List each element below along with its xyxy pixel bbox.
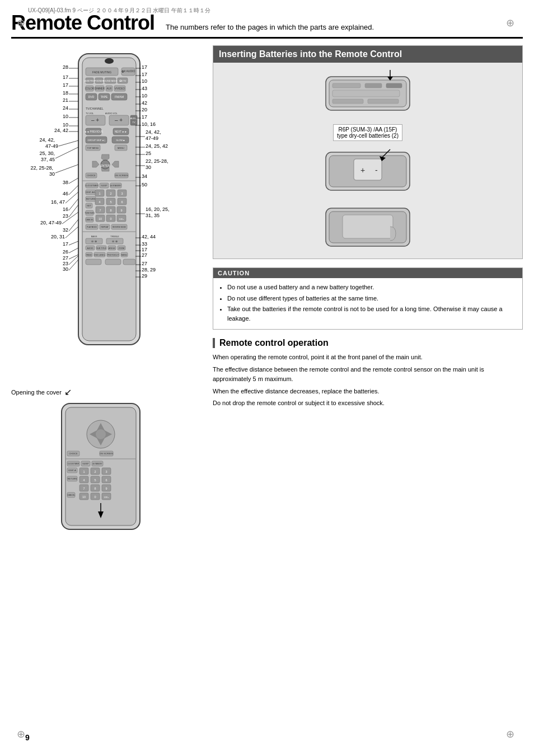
svg-text:24, 25, 42: 24, 25, 42 <box>146 143 168 149</box>
svg-text:FADE MUTING: FADE MUTING <box>92 71 111 74</box>
svg-text:ANGLE: ANGLE <box>109 247 116 250</box>
svg-text:5: 5 <box>110 200 111 204</box>
svg-rect-290 <box>365 83 382 88</box>
svg-text:37, 45: 37, 45 <box>41 157 55 162</box>
remote-diagram: FADE MUTING ⏻/I AUDIO AHB PRO PHONES SOU… <box>11 45 202 381</box>
svg-text:AUX: AUX <box>106 87 111 90</box>
svg-text:CLOCK/TIMER: CLOCK/TIMER <box>68 463 79 465</box>
svg-text:4: 4 <box>99 200 100 204</box>
svg-text:10: 10 <box>63 114 68 119</box>
svg-text:42, 44: 42, 44 <box>142 234 156 240</box>
svg-text:24, 42,: 24, 42, <box>39 137 55 143</box>
svg-text:9: 9 <box>120 209 122 212</box>
svg-text:RETURN: RETURN <box>68 477 77 480</box>
svg-text:◄◄ PREVIOUS: ◄◄ PREVIOUS <box>84 130 102 133</box>
corner-mark-tr <box>506 17 517 28</box>
svg-rect-131 <box>86 259 101 265</box>
svg-text:MENU: MENU <box>121 254 128 256</box>
svg-text:3: 3 <box>121 192 123 195</box>
svg-text:V/VIDEO: V/VIDEO <box>115 87 125 90</box>
svg-text:GROUP SKIP ►|: GROUP SKIP ►| <box>88 139 105 142</box>
svg-text:30: 30 <box>63 266 68 272</box>
svg-text:26: 26 <box>63 249 68 255</box>
svg-text:A.STANDBY: A.STANDBY <box>93 463 102 465</box>
svg-text:10: 10 <box>82 495 86 499</box>
svg-text:⏻/I TV: ⏻/I TV <box>119 79 127 82</box>
svg-text:31, 35: 31, 35 <box>146 213 160 218</box>
caution-section: CAUTION Do not use a used battery and a … <box>213 267 523 330</box>
cover-open-section: Opening the cover ↙ <box>11 387 202 537</box>
svg-text:17: 17 <box>142 247 147 252</box>
op-point-3: When the effective distance decreases, r… <box>213 387 523 397</box>
op-point-2: The effective distance between the remot… <box>213 365 523 384</box>
corner-mark-br <box>506 728 517 739</box>
svg-line-178 <box>69 241 78 245</box>
svg-text:23: 23 <box>63 261 68 266</box>
svg-text:6: 6 <box>121 200 123 204</box>
svg-text:NEXT ►►: NEXT ►► <box>115 130 127 133</box>
op-point-1: When operating the remote control, point… <box>213 353 523 363</box>
svg-text:TREBLE: TREBLE <box>110 235 119 238</box>
svg-text:ZOOM: ZOOM <box>119 247 125 250</box>
file-info: UX-Q09[A]-03.fm 9 ページ ２００４年９月２２日 水曜日 午前１… <box>28 7 210 15</box>
svg-text:-: - <box>375 166 378 175</box>
svg-text:SET: SET <box>87 204 91 207</box>
svg-line-170 <box>69 205 78 217</box>
caution-content: Do not use a used battery and a new batt… <box>213 278 522 329</box>
svg-text:2: 2 <box>94 470 96 473</box>
svg-text:ENTER: ENTER <box>101 164 110 167</box>
battery-illustrations: R6P (SUM-3) /AA (15F) type dry-cell batt… <box>219 68 517 253</box>
svg-text:25, 30,: 25, 30, <box>39 151 55 156</box>
svg-text:AUDIO: AUDIO <box>130 117 138 120</box>
svg-text:DISP, A/V: DISP, A/V <box>86 191 96 194</box>
svg-text:10: 10 <box>142 93 147 98</box>
svg-text:REVERSE MODE: REVERSE MODE <box>113 226 126 228</box>
svg-line-168 <box>69 199 78 210</box>
right-column: Inserting Batteries into the Remote Cont… <box>213 45 523 537</box>
svg-text:7: 7 <box>99 209 101 212</box>
operation-content: When operating the remote control, point… <box>213 353 523 408</box>
corner-mark-tl <box>17 17 28 28</box>
svg-rect-292 <box>332 90 400 97</box>
svg-rect-294 <box>368 99 399 104</box>
svg-text:33: 33 <box>142 241 147 247</box>
svg-rect-133 <box>123 259 135 265</box>
svg-text:CHOICE: CHOICE <box>69 452 78 455</box>
svg-text:27: 27 <box>142 261 147 266</box>
svg-text:CANCEL: CANCEL <box>67 494 75 496</box>
svg-text:TOP MENU: TOP MENU <box>87 147 99 149</box>
svg-text:29: 29 <box>142 273 147 279</box>
svg-text:17: 17 <box>63 82 68 88</box>
remote-open-svg: CHOICE ON SCREEN CLOCK/TIMER SLEEP A.STA… <box>45 401 157 535</box>
svg-rect-306 <box>343 215 393 238</box>
svg-text:16, 47: 16, 47 <box>51 199 65 205</box>
svg-text:17: 17 <box>63 74 68 80</box>
svg-text:17: 17 <box>142 72 147 77</box>
svg-text:ON SCREEN: ON SCREEN <box>115 174 128 177</box>
caution-item-1: Do not use a used battery and a new batt… <box>227 283 517 292</box>
operation-section: Remote control operation When operating … <box>213 338 523 408</box>
operation-title: Remote control operation <box>213 338 523 348</box>
svg-text:DVD LEVEL: DVD LEVEL <box>94 254 105 256</box>
remote-top-illustration <box>303 68 432 119</box>
svg-line-160 <box>55 165 78 173</box>
svg-text:1: 1 <box>83 470 85 473</box>
svg-text:50: 50 <box>142 182 147 187</box>
svg-text:CLOCK/TIMER: CLOCK/TIMER <box>85 185 99 187</box>
svg-text:25: 25 <box>146 151 151 156</box>
svg-point-243 <box>96 429 106 439</box>
page-title: Remote Control <box>11 11 154 35</box>
svg-text:17: 17 <box>63 241 68 247</box>
svg-text:SLEEP: SLEEP <box>82 463 89 465</box>
battery-type-text: R6P (SUM-3) /AA (15F) <box>339 126 397 133</box>
svg-text:9: 9 <box>105 487 107 490</box>
svg-text:16, 20, 25,: 16, 20, 25, <box>146 206 170 212</box>
svg-text:CHOICE: CHOICE <box>87 174 96 177</box>
svg-text:REPEAT: REPEAT <box>101 226 109 228</box>
svg-text:10, 16: 10, 16 <box>142 121 156 127</box>
svg-text:+: + <box>360 166 365 175</box>
svg-rect-293 <box>332 99 363 104</box>
svg-text:COLOR: COLOR <box>85 87 95 90</box>
svg-text:TV: TV <box>132 121 135 124</box>
cover-open-label: Opening the cover ↙ <box>11 387 202 397</box>
